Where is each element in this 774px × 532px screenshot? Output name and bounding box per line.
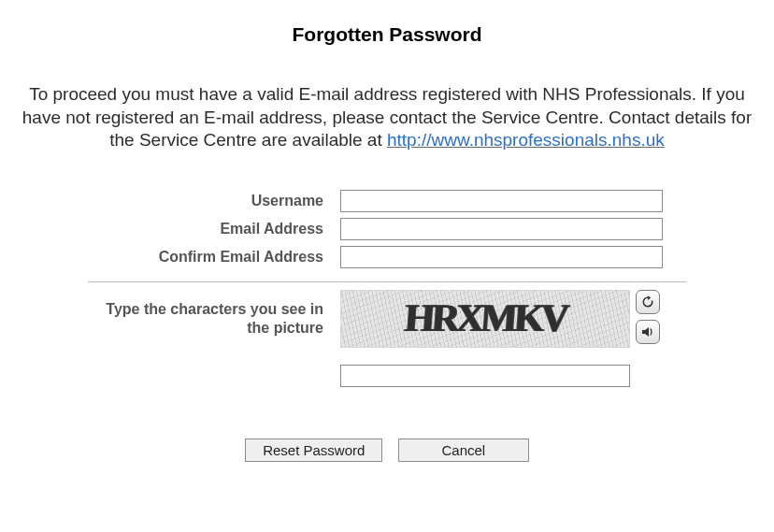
username-row: Username bbox=[88, 190, 686, 212]
cancel-button[interactable]: Cancel bbox=[398, 439, 529, 462]
button-row: Reset Password Cancel bbox=[19, 439, 755, 462]
confirm-email-input[interactable] bbox=[340, 246, 663, 268]
refresh-icon bbox=[640, 295, 655, 309]
reset-password-button[interactable]: Reset Password bbox=[245, 439, 382, 462]
service-centre-link[interactable]: http://www.nhsprofessionals.nhs.uk bbox=[387, 130, 665, 150]
captcha-label: Type the characters you see in the pictu… bbox=[88, 300, 340, 338]
username-label: Username bbox=[88, 193, 340, 209]
confirm-email-row: Confirm Email Address bbox=[88, 246, 686, 268]
captcha-input-row bbox=[88, 365, 686, 387]
instructions-text: To proceed you must have a valid E-mail … bbox=[19, 83, 755, 152]
captcha-right: HRXMKV bbox=[340, 290, 660, 348]
captcha-image-text: HRXMKV bbox=[403, 295, 566, 340]
username-input[interactable] bbox=[340, 190, 663, 212]
divider bbox=[88, 281, 686, 282]
captcha-buttons bbox=[636, 290, 660, 344]
captcha-audio-button[interactable] bbox=[636, 320, 660, 344]
speaker-icon bbox=[640, 324, 655, 339]
confirm-email-label: Confirm Email Address bbox=[88, 249, 340, 266]
page-title: Forgotten Password bbox=[19, 23, 755, 46]
captcha-row: Type the characters you see in the pictu… bbox=[88, 290, 686, 348]
captcha-image: HRXMKV bbox=[340, 290, 630, 348]
email-label: Email Address bbox=[88, 221, 340, 237]
email-row: Email Address bbox=[88, 218, 686, 240]
spacer bbox=[88, 365, 340, 387]
captcha-refresh-button[interactable] bbox=[636, 290, 660, 314]
form-area: Username Email Address Confirm Email Add… bbox=[88, 190, 686, 387]
email-input[interactable] bbox=[340, 218, 663, 240]
captcha-input[interactable] bbox=[340, 365, 630, 387]
